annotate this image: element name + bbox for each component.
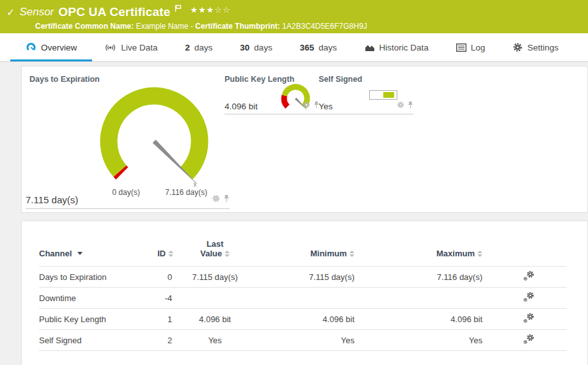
priority-flag-icon[interactable] bbox=[175, 3, 182, 15]
tab-365-days[interactable]: 365 days bbox=[294, 33, 344, 61]
channel-settings-button[interactable] bbox=[490, 288, 567, 309]
toggle-on-block bbox=[383, 92, 394, 98]
broadcast-icon bbox=[104, 43, 116, 52]
priority-stars[interactable]: ★★★☆☆ bbox=[190, 5, 230, 15]
double-gear-icon bbox=[523, 313, 535, 323]
tab-number: 365 bbox=[300, 43, 315, 52]
gauge-settings-button[interactable] bbox=[397, 100, 404, 111]
stars-filled: ★★★ bbox=[190, 5, 214, 15]
area-chart-icon bbox=[365, 43, 375, 52]
sensor-header: ✓ Sensor OPC UA Certificate ★★★☆☆ Certif… bbox=[0, 0, 588, 33]
channel-maximum: Yes bbox=[362, 330, 490, 351]
tab-label: Historic Data bbox=[379, 43, 429, 52]
column-header-last-value[interactable]: LastValue bbox=[173, 239, 257, 267]
column-label: Maximum bbox=[436, 249, 475, 258]
gauge-footer: 7.115 day(s) bbox=[26, 194, 230, 209]
column-label: ID bbox=[157, 249, 166, 258]
tab-label: days bbox=[254, 43, 273, 52]
tab-2-days[interactable]: 2 days bbox=[179, 33, 219, 61]
channel-last-value bbox=[173, 288, 257, 309]
tab-label: Settings bbox=[527, 43, 559, 52]
gauge-value: 4.096 bit bbox=[225, 102, 258, 111]
status-check-icon: ✓ bbox=[6, 6, 15, 19]
tab-settings[interactable]: Settings bbox=[506, 33, 565, 61]
channel-last-value: 7.115 day(s) bbox=[173, 267, 257, 288]
gauge-footer: Yes bbox=[319, 100, 413, 114]
column-header-channel[interactable]: Channel bbox=[39, 239, 141, 267]
tab-number: 2 bbox=[185, 43, 190, 52]
thumbprint-label: Certificate Thumbprint: bbox=[195, 22, 280, 31]
object-kind-label: Sensor bbox=[19, 6, 54, 19]
sort-arrows-icon bbox=[349, 251, 354, 257]
channel-settings-button[interactable] bbox=[490, 330, 567, 351]
tab-overview[interactable]: Overview bbox=[19, 33, 83, 61]
stars-empty: ☆☆ bbox=[214, 5, 230, 15]
gauge-pin-button[interactable] bbox=[223, 194, 230, 205]
tab-label: days bbox=[195, 43, 213, 52]
double-gear-icon bbox=[523, 291, 535, 302]
pin-icon bbox=[408, 101, 413, 109]
common-name-label: Certificate Common Name: bbox=[35, 22, 134, 31]
gear-icon bbox=[397, 101, 404, 109]
channel-name[interactable]: Public Key Length bbox=[39, 309, 141, 330]
gauge-settings-button[interactable] bbox=[303, 100, 310, 111]
gauge-footer: 4.096 bit bbox=[225, 100, 319, 114]
channel-table-panel: Channel ID LastValue Minimum Maximum Day… bbox=[21, 221, 588, 365]
channel-maximum: 7.116 day(s) bbox=[362, 267, 490, 288]
common-name-value: Example Name bbox=[136, 22, 188, 31]
table-row: Days to Expiration07.115 day(s)7.115 day… bbox=[39, 267, 567, 288]
gauge-title: Public Key Length bbox=[225, 75, 294, 84]
table-row: Self Signed2YesYesYes bbox=[39, 330, 567, 351]
sensor-name: OPC UA Certificate bbox=[58, 5, 170, 19]
gauge-value: Yes bbox=[319, 102, 333, 111]
channel-id: 0 bbox=[141, 267, 173, 288]
column-label: Minimum bbox=[310, 249, 347, 258]
gauge-title: Self Signed bbox=[319, 75, 362, 84]
table-row: Downtime-4 bbox=[39, 288, 567, 309]
column-header-id[interactable]: ID bbox=[141, 239, 173, 267]
channel-maximum bbox=[362, 288, 490, 309]
column-header-maximum[interactable]: Maximum bbox=[362, 239, 490, 267]
channel-settings-button[interactable] bbox=[490, 267, 567, 288]
channel-minimum: 4.096 bit bbox=[257, 309, 362, 330]
sensor-title-row: ✓ Sensor OPC UA Certificate ★★★☆☆ bbox=[0, 0, 588, 21]
gauge-days-to-expiration: Days to Expiration 0 day(s) 7.116 day(s)… bbox=[22, 66, 233, 214]
gauge-public-key-length: Public Key Length 4.096 bit bbox=[225, 66, 319, 124]
table-header-row: Channel ID LastValue Minimum Maximum bbox=[39, 239, 567, 267]
tab-label: Log bbox=[471, 43, 486, 52]
gauge-pin-button[interactable] bbox=[408, 100, 413, 111]
channel-settings-button[interactable] bbox=[490, 309, 567, 330]
channel-name[interactable]: Days to Expiration bbox=[39, 267, 141, 288]
tab-number: 30 bbox=[240, 43, 250, 52]
channel-last-value: 4.096 bit bbox=[173, 309, 257, 330]
channel-minimum bbox=[257, 288, 362, 309]
tab-log[interactable]: Log bbox=[450, 33, 492, 61]
gauge-mean-marker: x̄ bbox=[193, 180, 197, 188]
gear-icon bbox=[303, 101, 310, 109]
column-header-minimum[interactable]: Minimum bbox=[257, 239, 362, 267]
channel-name[interactable]: Downtime bbox=[39, 288, 141, 309]
sensor-message: Certificate Common Name: Example Name - … bbox=[0, 22, 588, 31]
tab-30-days[interactable]: 30 days bbox=[234, 33, 279, 61]
double-gear-icon bbox=[523, 270, 535, 281]
sort-caret-icon bbox=[77, 252, 83, 255]
thumbprint-value: 1A2B3C4D5E6F7G8H9J bbox=[282, 22, 367, 31]
channel-id: 2 bbox=[141, 330, 173, 351]
separator: - bbox=[191, 22, 193, 31]
channel-table: Channel ID LastValue Minimum Maximum Day… bbox=[39, 239, 567, 351]
tab-label: Live Data bbox=[121, 43, 157, 52]
gauge-icon bbox=[26, 42, 36, 52]
tab-bar: Overview Live Data 2 days 30 days 365 da… bbox=[0, 33, 588, 62]
column-label: Channel bbox=[39, 249, 72, 258]
table-row: Public Key Length14.096 bit4.096 bit4.09… bbox=[39, 309, 567, 330]
channel-name[interactable]: Self Signed bbox=[39, 330, 141, 351]
column-label: Value bbox=[200, 249, 222, 258]
tab-historic-data[interactable]: Historic Data bbox=[358, 33, 435, 61]
tab-live-data[interactable]: Live Data bbox=[98, 33, 164, 61]
column-label: Last bbox=[207, 239, 224, 249]
pin-icon bbox=[223, 194, 230, 203]
gauge-settings-button[interactable] bbox=[212, 194, 220, 205]
double-gear-icon bbox=[523, 334, 535, 345]
channel-maximum: 4.096 bit bbox=[362, 309, 490, 330]
sort-arrows-icon bbox=[477, 251, 482, 257]
